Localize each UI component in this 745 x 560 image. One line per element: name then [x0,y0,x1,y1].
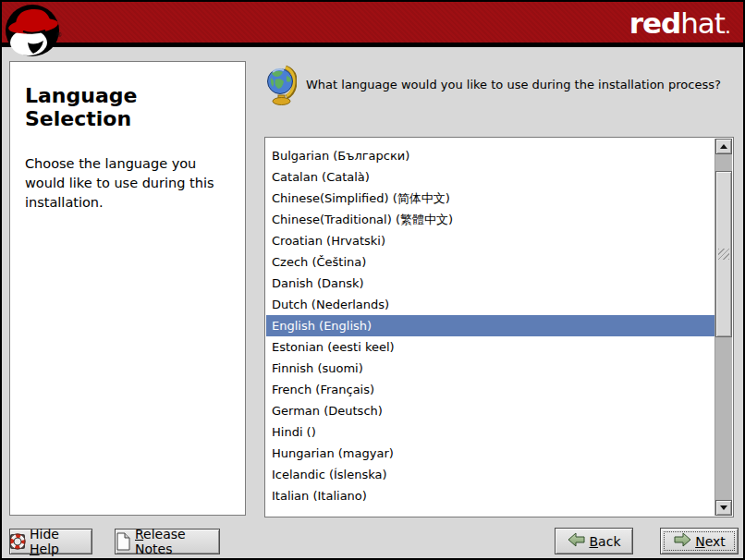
list-item[interactable]: Chinese(Traditional) (繁體中文) [266,209,714,230]
header-banner: redhat. [2,2,743,43]
brand-red: red [629,6,681,40]
list-item[interactable]: Hindi () [266,421,714,443]
header-divider [2,43,743,47]
language-list-panel: Bulgarian (Български)Catalan (Català)Chi… [264,137,734,517]
redhat-shadowman-logo-icon [5,4,62,57]
help-panel: Language Selection Choose the language y… [9,61,246,516]
release-notes-button[interactable]: Release Notes [115,529,220,554]
question-row: What language would you like to use duri… [266,65,728,105]
thumb-grip-icon [718,249,729,260]
list-item[interactable]: Czech (Čeština) [266,251,714,273]
next-button[interactable]: Next [660,528,739,554]
list-item[interactable]: Bulgarian (Български) [266,145,714,166]
down-arrow-icon [720,505,727,510]
language-list: Bulgarian (Български)Catalan (Català)Chi… [266,139,714,516]
registered-trademark: ® [55,31,62,39]
next-label: Next [695,534,726,549]
list-item[interactable]: French (Français) [266,379,714,400]
list-item[interactable]: Danish (Dansk) [266,273,714,294]
hide-help-button[interactable]: Hide Help [9,529,92,554]
list-item[interactable]: Catalan (Català) [266,166,714,188]
list-item[interactable]: Chinese(Simplified) (简体中文) [266,188,714,209]
release-notes-label: Release Notes [135,527,219,556]
back-button[interactable]: Back [555,528,633,554]
scrollbar-trough[interactable] [715,154,732,500]
redhat-wordmark: redhat. [629,8,730,42]
document-icon [116,532,131,551]
globe-icon [266,65,297,105]
green-left-arrow-icon [568,532,586,550]
list-item[interactable]: English (English) [266,315,714,336]
list-item[interactable]: Hungarian (magyar) [266,443,714,464]
brand-hat: hat [680,6,725,40]
green-right-arrow-icon [673,532,691,550]
list-item[interactable]: Italian (Italiano) [266,485,714,506]
list-item[interactable]: Croatian (Hrvatski) [266,230,714,251]
scrollbar-thumb[interactable] [715,171,732,337]
brand-dot: . [725,15,730,38]
scroll-down-button[interactable] [715,500,732,516]
installer-window: redhat. ® Language Selection Choose the … [0,0,745,560]
list-item[interactable]: Finnish (suomi) [266,358,714,379]
page-title: Language Selection [25,84,230,130]
list-item[interactable]: Estonian (eesti keel) [266,336,714,358]
list-item[interactable]: German (Deutsch) [266,400,714,421]
scroll-up-button[interactable] [715,139,732,154]
list-item[interactable]: Icelandic (Íslenska) [266,464,714,485]
back-label: Back [590,534,621,549]
up-arrow-icon [720,144,727,149]
lifebuoy-icon [10,532,26,551]
question-text: What language would you like to use duri… [306,65,721,95]
scrollbar[interactable] [714,139,732,516]
help-text: Choose the language you would like to us… [25,154,230,213]
list-item[interactable]: Dutch (Nederlands) [266,294,714,315]
hide-help-label: Hide Help [30,527,92,556]
